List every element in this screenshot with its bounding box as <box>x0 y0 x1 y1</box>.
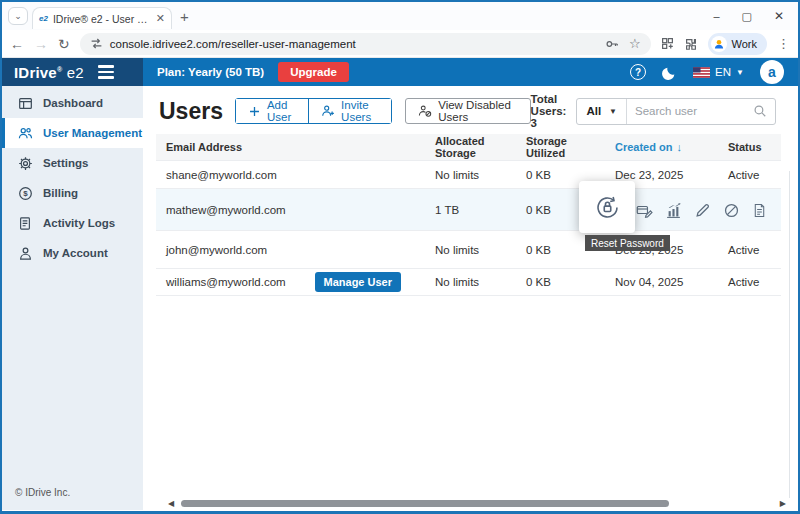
allocated-storage-cell: No limits <box>425 244 516 256</box>
copyright-text: © IDrive Inc. <box>2 487 143 510</box>
bookmark-star-icon[interactable]: ☆ <box>629 36 641 51</box>
account-icon <box>18 246 33 261</box>
person-plus-icon <box>321 104 335 118</box>
sidebar-item-label: Dashboard <box>43 97 103 109</box>
sidebar-item-billing[interactable]: $Billing <box>2 178 143 208</box>
account-avatar[interactable]: a <box>760 60 784 84</box>
reload-icon[interactable]: ↻ <box>58 36 70 52</box>
page-edge-divider <box>789 171 790 498</box>
table-header-row: Email AddressAllocated StorageStorage Ut… <box>156 134 781 161</box>
site-info-icon[interactable] <box>90 37 103 50</box>
user-stats-icon[interactable] <box>665 202 682 219</box>
language-label: EN <box>715 66 731 78</box>
help-icon[interactable]: ? <box>630 64 646 80</box>
tab-strip: ⌄ e2 IDrive® e2 - User management ✕ + – … <box>2 2 798 30</box>
browser-window: ⌄ e2 IDrive® e2 - User management ✕ + – … <box>0 0 800 514</box>
close-button[interactable]: ✕ <box>774 9 784 23</box>
users-icon <box>18 126 33 141</box>
sidebar-item-user-management[interactable]: User Management <box>2 118 143 148</box>
address-bar[interactable]: console.idrivee2.com/reseller-user-manag… <box>80 33 651 55</box>
minimize-button[interactable]: – <box>713 10 719 22</box>
new-tab-button[interactable]: + <box>180 8 189 25</box>
sidebar-item-dashboard[interactable]: Dashboard <box>2 88 143 118</box>
tab-search-button[interactable]: ⌄ <box>8 7 28 25</box>
invite-users-button[interactable]: Invite Users <box>308 99 391 123</box>
sidebar-item-label: Activity Logs <box>43 217 115 229</box>
reset-password-button[interactable] <box>579 181 635 233</box>
us-flag-icon <box>693 67 710 78</box>
reset-password-icon <box>594 194 621 221</box>
scroll-left-icon[interactable]: ◀ <box>168 500 174 508</box>
sort-desc-icon: ↓ <box>676 141 682 153</box>
hamburger-menu-icon[interactable] <box>98 65 114 78</box>
allocated-storage-cell: 1 TB <box>425 204 516 216</box>
extension-icon[interactable] <box>661 37 674 50</box>
email-cell: shane@myworld.com <box>156 169 425 181</box>
app-header: IDrive® e2 Plan: Yearly (50 TB) Upgrade … <box>2 58 798 86</box>
email-cell: mathew@myworld.com <box>156 204 425 216</box>
url-text[interactable]: console.idrivee2.com/reseller-user-manag… <box>110 38 598 50</box>
search-box <box>627 99 775 124</box>
billing-icon: $ <box>18 186 33 201</box>
sidebar-item-activity-logs[interactable]: Activity Logs <box>2 208 143 238</box>
column-header-storage-utilized: Storage Utilized <box>516 135 605 159</box>
search-input[interactable] <box>635 105 747 117</box>
sidebar-item-label: User Management <box>43 127 142 139</box>
view-disabled-users-button[interactable]: View Disabled Users <box>405 98 530 124</box>
gear-icon <box>18 156 33 171</box>
back-icon[interactable]: ← <box>10 36 24 52</box>
allocated-storage-cell: No limits <box>425 276 516 288</box>
table-row[interactable]: shane@myworld.comNo limits0 KBDec 23, 20… <box>156 161 781 189</box>
email-cell: john@myworld.com <box>156 244 425 256</box>
user-filter-dropdown[interactable]: All ▼ <box>577 99 627 124</box>
tab-close-icon[interactable]: ✕ <box>156 13 165 24</box>
row-action-icons <box>636 189 769 231</box>
browser-tab[interactable]: e2 IDrive® e2 - User management ✕ <box>32 7 172 29</box>
upgrade-button[interactable]: Upgrade <box>278 62 349 82</box>
manage-user-button[interactable]: Manage User <box>315 272 401 292</box>
browser-profile-chip[interactable]: Work <box>708 33 767 55</box>
add-user-button[interactable]: Add User <box>236 99 308 123</box>
language-selector[interactable]: EN ▼ <box>693 66 744 78</box>
table-row[interactable]: john@myworld.comNo limits0 KBDec 23, 202… <box>156 231 781 269</box>
sidebar-item-label: My Account <box>43 247 108 259</box>
allocated-storage-cell: No limits <box>425 169 516 181</box>
edit-storage-icon[interactable] <box>636 202 653 219</box>
passwords-key-icon[interactable] <box>605 37 619 51</box>
disable-user-icon[interactable] <box>723 202 740 219</box>
sidebar-item-settings[interactable]: Settings <box>2 148 143 178</box>
users-table: Email AddressAllocated StorageStorage Ut… <box>156 134 781 296</box>
edit-user-icon[interactable] <box>694 202 711 219</box>
page-title: Users <box>159 98 223 125</box>
table-row[interactable]: williams@myworld.comManage UserNo limits… <box>156 269 781 296</box>
scrollbar-thumb[interactable] <box>181 500 669 507</box>
user-actions-group: Add User Invite Users <box>235 98 392 124</box>
maximize-button[interactable]: ▢ <box>742 10 752 23</box>
dark-mode-moon-icon[interactable] <box>662 65 677 80</box>
plan-label: Plan: Yearly (50 TB) <box>157 66 264 78</box>
svg-text:$: $ <box>23 189 28 198</box>
column-header-created-on[interactable]: Created on↓ <box>605 141 718 153</box>
column-header-email-address: Email Address <box>156 141 425 153</box>
app-logo: IDrive® e2 <box>2 58 143 86</box>
profile-avatar-icon <box>711 36 727 52</box>
column-header-status: Status <box>718 141 781 153</box>
extensions-puzzle-icon[interactable] <box>684 37 698 51</box>
scrollbar-track[interactable] <box>177 500 777 507</box>
reset-password-tooltip: Reset Password <box>585 235 670 251</box>
sidebar-item-label: Billing <box>43 187 78 199</box>
person-disabled-icon <box>418 104 432 118</box>
column-header-allocated-storage: Allocated Storage <box>425 135 516 159</box>
scroll-right-icon[interactable]: ▶ <box>780 500 786 508</box>
horizontal-scrollbar[interactable]: ◀ ▶ <box>168 499 786 508</box>
user-email: john@myworld.com <box>166 244 267 256</box>
chevron-down-icon: ▼ <box>736 68 744 77</box>
search-icon[interactable] <box>753 104 767 118</box>
user-logs-icon[interactable] <box>752 202 769 219</box>
created-on-cell: Nov 04, 2025 <box>605 276 718 288</box>
browser-menu-icon[interactable]: ⋮ <box>777 36 790 51</box>
logs-icon <box>18 216 33 231</box>
sidebar-item-my-account[interactable]: My Account <box>2 238 143 268</box>
forward-icon[interactable]: → <box>34 36 48 52</box>
user-email: mathew@myworld.com <box>166 204 286 216</box>
